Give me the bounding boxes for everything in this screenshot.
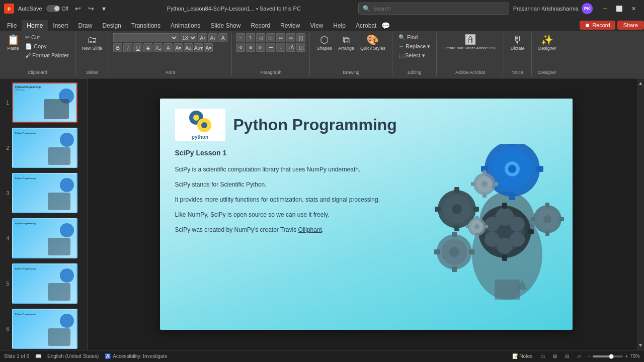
smartart-button[interactable]: ◫ <box>296 43 305 52</box>
font-color-button[interactable]: A <box>164 43 173 52</box>
tab-insert[interactable]: Insert <box>48 20 73 31</box>
select-button[interactable]: ⬚ Select ▾ <box>396 51 432 60</box>
tab-draw[interactable]: Draw <box>73 20 97 31</box>
align-center-button[interactable]: ≡ <box>246 43 255 52</box>
tab-record[interactable]: Record <box>246 20 275 31</box>
rtl-button[interactable]: ⇐ <box>276 33 285 42</box>
editing-content: 🔍 Find ↔ Replace ▾ ⬚ Select ▾ <box>396 33 432 69</box>
slide-thumb-1[interactable]: 1 Python Programming SciPy Lesson 1 <box>2 81 86 124</box>
notes-button[interactable]: 📝 Notes <box>511 353 534 359</box>
tab-file[interactable]: File <box>2 20 22 31</box>
zoom-slider[interactable] <box>593 355 623 357</box>
align-right-button[interactable]: ⫸ <box>256 43 265 52</box>
char-space-button[interactable]: Aa <box>184 43 193 52</box>
bullet-list-button[interactable]: ≡ <box>236 33 245 42</box>
vertical-scrollbar[interactable]: ▲ ▼ <box>637 78 644 350</box>
tab-help[interactable]: Help <box>328 20 351 31</box>
zoom-out-icon[interactable]: − <box>588 353 591 359</box>
font-content: 18 A↑ A↓ A B I U S X₂ A A▾ Aa Aa▾ A▾ <box>113 33 227 69</box>
clear-format-button[interactable]: A <box>218 33 227 42</box>
font-family-select[interactable] <box>113 33 179 42</box>
undo-icon[interactable]: ↩ <box>72 3 84 14</box>
font-size-select[interactable]: 18 <box>180 33 197 42</box>
outline-view-button[interactable]: ⊞ <box>551 353 558 359</box>
comment-icon[interactable]: 💬 <box>381 22 390 30</box>
svg-rect-65 <box>485 225 488 228</box>
bold-button[interactable]: B <box>113 43 122 52</box>
slide-para-3: Like NumPy, SciPy is open source so we c… <box>175 210 442 219</box>
new-slide-button[interactable]: 🗂 New Slide <box>79 33 105 52</box>
slide-preview-6: Python Programming <box>12 309 77 349</box>
text-shadow-button[interactable]: A▾ <box>174 43 183 52</box>
share-button-top[interactable]: Share <box>617 21 644 30</box>
format-painter-button[interactable]: 🖌 Format Painter <box>23 51 71 59</box>
autosave-toggle[interactable]: Off <box>46 5 68 12</box>
slide-thumb-2[interactable]: 2 Python Programming <box>2 127 86 169</box>
slide-thumb-5[interactable]: 5 Python Programming <box>2 262 86 305</box>
dictate-button[interactable]: 🎙 Dictate <box>508 33 527 52</box>
cut-button[interactable]: ✂ Cut <box>23 33 71 42</box>
align-left-button[interactable]: ⫷ <box>236 43 245 52</box>
slide-thumb-3[interactable]: 3 Python Programming <box>2 172 86 214</box>
decrease-indent-button[interactable]: ◁ <box>256 33 265 42</box>
designer-button[interactable]: ✨ Designer <box>536 33 559 52</box>
scroll-up-icon[interactable]: ▲ <box>638 80 643 86</box>
columns-button[interactable]: ||| <box>296 33 305 42</box>
subscript-button[interactable]: X₂ <box>153 43 163 52</box>
tab-transitions[interactable]: Transitions <box>126 20 166 31</box>
paragraph-label: Paragraph <box>260 69 281 76</box>
increase-indent-button[interactable]: ▷ <box>266 33 275 42</box>
clipboard-small: ✂ Cut 📄 Copy 🖌 Format Painter <box>23 33 71 59</box>
search-input[interactable] <box>373 6 505 12</box>
strikethrough-button[interactable]: S <box>143 43 152 52</box>
create-share-pdf-button[interactable]: 🅰 Create and Share Adobe PDF <box>441 33 499 52</box>
tab-slideshow[interactable]: Slide Show <box>205 20 246 31</box>
italic-button[interactable]: I <box>123 43 132 52</box>
arrange-icon: ⧉ <box>343 35 350 45</box>
quick-styles-icon: 🎨 <box>366 35 379 45</box>
quick-styles-button[interactable]: 🎨 Quick Styles <box>358 33 388 52</box>
underline-button[interactable]: U <box>133 43 142 52</box>
find-button[interactable]: 🔍 Find <box>396 33 432 42</box>
tab-home[interactable]: Home <box>22 20 48 31</box>
minimize-button[interactable]: ─ <box>599 4 612 14</box>
zoom-in-icon[interactable]: + <box>625 353 628 359</box>
new-slide-icon: 🗂 <box>87 35 97 45</box>
reading-view-button[interactable]: ▱ <box>576 353 583 359</box>
svg-rect-50 <box>531 217 535 221</box>
paste-button[interactable]: 📋 Paste <box>4 33 22 52</box>
increase-font-button[interactable]: A↑ <box>198 33 207 42</box>
normal-view-button[interactable]: ▭ <box>539 353 546 359</box>
search-box[interactable]: 🔍 <box>358 3 509 15</box>
tab-acrobat[interactable]: Acrobat <box>351 20 381 31</box>
redo-icon[interactable]: ↪ <box>86 3 97 14</box>
slide-sorter-button[interactable]: ⊟ <box>564 353 571 359</box>
tab-review[interactable]: Review <box>275 20 305 31</box>
svg-rect-41 <box>502 203 507 209</box>
line-spacing-button[interactable]: ↕ <box>276 43 285 52</box>
tab-animations[interactable]: Animations <box>166 20 205 31</box>
slide-thumb-6[interactable]: 6 Python Programming <box>2 308 86 350</box>
slide-canvas[interactable]: python Python Programming SciPy Lesson 1… <box>160 99 573 330</box>
slide-num-1: 1 <box>3 100 9 106</box>
restore-button[interactable]: ⬜ <box>613 4 626 14</box>
toggle-indicator[interactable] <box>46 5 60 12</box>
decrease-font-button[interactable]: A↓ <box>208 33 217 42</box>
tab-view[interactable]: View <box>305 20 328 31</box>
case-button[interactable]: Aa▾ <box>194 43 203 52</box>
shapes-button[interactable]: ⬡ Shapes <box>314 33 335 52</box>
arrange-button[interactable]: ⧉ Arrange <box>336 33 357 52</box>
tab-design[interactable]: Design <box>97 20 126 31</box>
close-button[interactable]: ✕ <box>627 4 640 14</box>
highlight-button[interactable]: A▾ <box>204 43 213 52</box>
scroll-down-icon[interactable]: ▼ <box>638 342 643 348</box>
ltr-button[interactable]: ⇒ <box>286 33 295 42</box>
slide-thumb-4[interactable]: 4 Python Programming <box>2 217 86 259</box>
customize-icon[interactable]: ▾ <box>99 3 110 14</box>
replace-button[interactable]: ↔ Replace ▾ <box>396 42 432 51</box>
numbered-list-button[interactable]: ⒈ <box>246 33 255 42</box>
record-button-top[interactable]: ⏺ Record <box>580 21 615 30</box>
copy-button[interactable]: 📄 Copy <box>23 42 71 51</box>
text-direction-button[interactable]: ↓A <box>286 43 295 52</box>
align-justify-button[interactable]: ☰ <box>266 43 275 52</box>
